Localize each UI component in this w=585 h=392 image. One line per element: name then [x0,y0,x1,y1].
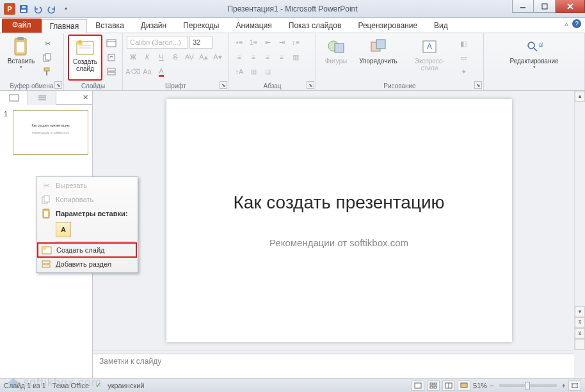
justify-icon[interactable]: ≡ [275,51,288,63]
save-icon[interactable] [17,2,31,16]
cut-icon[interactable]: ✂ [41,37,54,50]
new-slide-button[interactable]: Создать слайд [68,35,102,81]
zoom-in-icon[interactable]: + [562,382,566,389]
slides-tab[interactable] [0,91,28,105]
underline-icon[interactable]: Ч [155,51,168,63]
svg-rect-16 [107,40,116,47]
maximize-button[interactable] [534,0,556,13]
tab-slideshow[interactable]: Показ слайдов [280,19,350,33]
align-text-icon[interactable]: ⊞ [247,65,260,78]
arrange-button[interactable]: Упорядочить [355,35,402,81]
slide-canvas[interactable]: Как создать презентацию Рекомендации от … [166,99,512,342]
zoom-slider[interactable] [499,384,557,387]
cm-add-section[interactable]: Добавить раздел [38,257,136,271]
quick-styles-button[interactable]: A Экспресс-стили [405,35,454,81]
char-spacing-icon[interactable]: Aa [141,65,154,78]
layout-icon[interactable] [105,37,118,50]
svg-rect-30 [10,95,19,101]
format-painter-icon[interactable] [41,65,54,78]
cm-new-slide[interactable]: Создать слайд [37,242,137,258]
prev-slide-icon[interactable]: ⊼ [575,317,585,328]
drawing-launcher[interactable]: ⬊ [474,81,482,89]
tab-transitions[interactable]: Переходы [175,19,227,33]
line-spacing-icon[interactable]: ↕≡ [289,36,302,49]
tab-insert[interactable]: Вставка [87,19,132,33]
slideshow-view-icon[interactable] [458,380,470,391]
redo-icon[interactable] [45,2,59,16]
font-launcher[interactable]: ⬊ [220,81,227,89]
status-spellcheck-icon[interactable]: ✓ [95,381,101,389]
align-left-icon[interactable]: ≡ [233,51,246,63]
minimize-button[interactable] [512,0,534,13]
shapes-button[interactable]: Фигуры [320,35,352,81]
normal-view-icon[interactable] [412,380,424,391]
shape-outline-icon[interactable]: ▭ [457,51,470,64]
statusbar: Слайд 1 из 1 Тема Office ✓ украинский 51… [0,378,585,392]
app-icon[interactable]: P [3,2,17,16]
cm-cut[interactable]: ✂ Вырезать [38,178,136,192]
tab-home[interactable]: Главная [42,19,88,33]
tab-review[interactable]: Рецензирование [349,19,426,33]
align-center-icon[interactable]: ≡ [247,51,260,63]
slide-subtitle[interactable]: Рекомендации от softikbox.com [269,237,408,248]
zoom-out-icon[interactable]: − [490,382,493,389]
editing-button[interactable]: ab Редактирование ▾ [502,35,566,81]
italic-icon[interactable]: К [141,51,154,63]
slide-title[interactable]: Как создать презентацию [233,192,444,213]
slide-thumbnail[interactable]: Как создать презентацию Рекомендации от … [13,110,88,155]
svg-rect-18 [108,54,115,61]
text-direction-icon[interactable]: ↕A [233,65,246,78]
numbering-icon[interactable]: 1≡ [247,36,260,49]
file-tab[interactable]: Файл [2,19,42,33]
scroll-up-icon[interactable]: ▲ [575,91,585,102]
columns-icon[interactable]: ▥ [289,51,302,63]
tab-design[interactable]: Дизайн [132,19,175,33]
indent-inc-icon[interactable]: ⇥ [275,36,288,49]
indent-dec-icon[interactable]: ⇤ [261,36,274,49]
minimize-ribbon-icon[interactable]: ▵ [565,19,568,28]
tab-view[interactable]: Вид [426,19,456,33]
cm-copy[interactable]: Копировать [38,192,136,207]
smartart-icon[interactable]: ⊡ [261,65,274,78]
align-right-icon[interactable]: ≡ [261,51,274,63]
group-clipboard: Вставить ▾ ✂ Буфер обмена ⬊ [0,33,64,90]
shrink-font-icon[interactable]: A▾ [211,51,224,63]
vertical-scrollbar[interactable]: ▲ ▼ ⊼ ⊻ [574,91,585,350]
help-icon[interactable]: ? [572,19,581,28]
next-slide-icon[interactable]: ⊻ [575,328,585,339]
bullets-icon[interactable]: •≡ [233,36,246,49]
qat-more-icon[interactable]: ▾ [59,2,73,16]
close-panel-icon[interactable]: ✕ [78,91,92,105]
font-name-select[interactable]: Calibri (Загол...) [127,36,188,49]
zoom-percent[interactable]: 51% [473,382,487,389]
group-font: Calibri (Загол...) 32 Ж К Ч S AV A▴ A▾ A… [123,33,229,90]
shape-effects-icon[interactable]: ✦ [457,65,470,78]
outline-tab[interactable] [28,91,56,105]
svg-rect-45 [430,386,433,388]
strike-icon[interactable]: S [169,51,182,63]
tab-animation[interactable]: Анимация [227,19,280,33]
reset-icon[interactable] [105,51,118,64]
font-size-select[interactable]: 32 [189,36,212,49]
grow-font-icon[interactable]: A▴ [197,51,210,63]
font-color-icon[interactable]: A [155,65,168,78]
sorter-view-icon[interactable] [427,380,440,391]
shadow-icon[interactable]: AV [183,51,196,63]
clear-format-icon[interactable]: A⌫ [127,65,140,78]
bold-icon[interactable]: Ж [127,51,140,63]
close-button[interactable] [556,0,585,13]
section-icon[interactable] [105,65,118,78]
undo-icon[interactable] [31,2,45,16]
fit-window-icon[interactable] [568,380,581,391]
scroll-down-icon[interactable]: ▼ [575,306,585,317]
clipboard-icon [40,208,52,219]
paragraph-launcher[interactable]: ⬊ [307,81,314,89]
shape-fill-icon[interactable]: ◧ [457,37,470,50]
clipboard-launcher[interactable]: ⬊ [54,81,62,89]
reading-view-icon[interactable] [442,380,455,391]
status-language[interactable]: украинский [108,382,144,389]
notes-pane[interactable]: Заметки к слайду [93,354,574,378]
copy-icon[interactable] [41,51,54,64]
paste-option-keep-source[interactable]: A [56,222,71,237]
paste-button[interactable]: Вставить ▾ [4,35,38,81]
